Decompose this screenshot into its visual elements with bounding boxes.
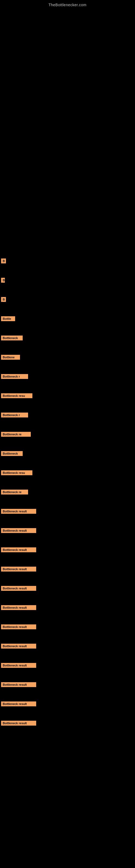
label-row-20: Bottleneck result: [0, 624, 135, 629]
label-row-19: Bottleneck result: [0, 605, 135, 610]
label-row-13: Bottleneck re: [0, 489, 135, 495]
label-row-9: Bottleneck r: [0, 412, 135, 417]
bottleneck-label-5: Bottleneck: [1, 336, 23, 340]
bottleneck-label-24: Bottleneck result: [1, 702, 36, 706]
label-row-12: Bottleneck resu: [0, 470, 135, 475]
label-row-5: Bottleneck: [0, 335, 135, 340]
bottleneck-label-14: Bottleneck result: [1, 509, 36, 514]
label-row-23: Bottleneck result: [0, 682, 135, 687]
bottleneck-label-2: B: [1, 278, 5, 283]
bottleneck-label-13: Bottleneck re: [1, 490, 28, 495]
bottleneck-label-25: Bottleneck result: [1, 721, 36, 725]
label-row-6: Bottlene: [0, 354, 135, 360]
bottleneck-labels-container: BBBBottleBottleneckBottleneBottleneck rB…: [0, 253, 135, 725]
bottleneck-label-23: Bottleneck result: [1, 682, 36, 687]
label-row-24: Bottleneck result: [0, 701, 135, 706]
bottleneck-label-9: Bottleneck r: [1, 412, 28, 417]
bottleneck-label-22: Bottleneck result: [1, 663, 36, 668]
label-row-22: Bottleneck result: [0, 663, 135, 668]
label-row-4: Bottle: [0, 316, 135, 321]
label-row-1: B: [0, 258, 135, 264]
bottleneck-label-16: Bottleneck result: [1, 547, 36, 552]
bottleneck-label-3: B: [1, 297, 6, 302]
bottleneck-label-15: Bottleneck result: [1, 528, 36, 533]
label-row-10: Bottleneck re: [0, 432, 135, 437]
bottleneck-label-12: Bottleneck resu: [1, 470, 32, 475]
bottleneck-label-6: Bottlene: [1, 355, 20, 360]
label-row-21: Bottleneck result: [0, 643, 135, 649]
label-row-11: Bottleneck: [0, 451, 135, 456]
bottleneck-label-20: Bottleneck result: [1, 624, 36, 629]
bottleneck-label-1: B: [1, 258, 6, 264]
label-row-17: Bottleneck result: [0, 566, 135, 571]
label-row-16: Bottleneck result: [0, 547, 135, 552]
bottleneck-label-11: Bottleneck: [1, 451, 23, 456]
site-title: TheBottlenecker.com: [0, 0, 135, 9]
bottleneck-label-7: Bottleneck r: [1, 374, 28, 379]
label-row-25: Bottleneck result: [0, 720, 135, 725]
label-row-14: Bottleneck result: [0, 508, 135, 514]
label-row-7: Bottleneck r: [0, 374, 135, 379]
bottleneck-label-8: Bottleneck resu: [1, 393, 32, 398]
bottleneck-label-18: Bottleneck result: [1, 586, 36, 591]
bottleneck-label-17: Bottleneck result: [1, 567, 36, 571]
main-chart-area: [0, 9, 135, 253]
label-row-8: Bottleneck resu: [0, 393, 135, 398]
bottleneck-label-4: Bottle: [1, 316, 15, 321]
label-row-3: B: [0, 297, 135, 302]
label-row-2: B: [0, 278, 135, 283]
bottleneck-label-21: Bottleneck result: [1, 644, 36, 649]
label-row-18: Bottleneck result: [0, 586, 135, 591]
bottleneck-label-19: Bottleneck result: [1, 605, 36, 610]
bottleneck-label-10: Bottleneck re: [1, 432, 31, 437]
label-row-15: Bottleneck result: [0, 528, 135, 533]
